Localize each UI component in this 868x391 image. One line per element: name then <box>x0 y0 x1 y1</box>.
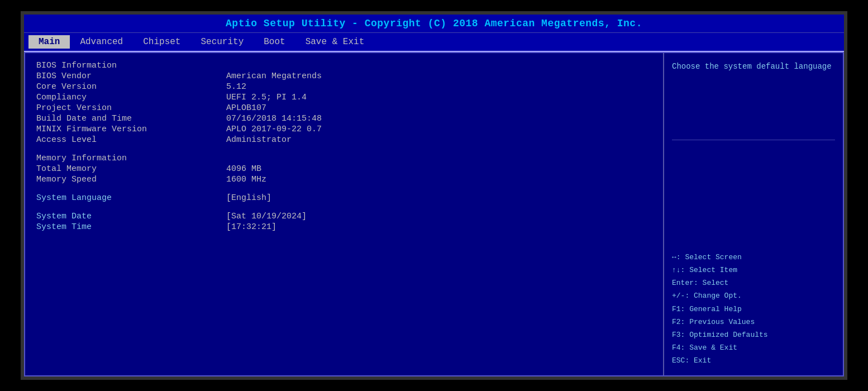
build-date-value: 07/16/2018 14:15:48 <box>226 114 322 123</box>
system-date-row[interactable]: System Date [Sat 10/19/2024] <box>36 212 652 221</box>
bios-vendor-value: American Megatrends <box>226 71 322 81</box>
key-select-item: ↑↓: Select Item <box>672 264 835 276</box>
key-help: ↔: Select Screen ↑↓: Select Item Enter: … <box>672 251 835 368</box>
bios-info-title: BIOS Information <box>36 61 652 70</box>
access-level-row: Access Level Administrator <box>36 135 652 145</box>
system-time-label: System Time <box>36 222 226 232</box>
menu-item-chipset[interactable]: Chipset <box>133 35 190 49</box>
menu-item-advanced[interactable]: Advanced <box>70 35 133 49</box>
minix-firmware-row: MINIX Firmware Version APLO 2017-09-22 0… <box>36 125 652 134</box>
key-esc: ESC: Exit <box>672 355 835 367</box>
core-version-row: Core Version 5.12 <box>36 82 652 92</box>
key-f1: F1: General Help <box>672 303 835 316</box>
core-version-label: Core Version <box>36 82 226 92</box>
system-time-row[interactable]: System Time [17:32:21] <box>36 222 652 232</box>
menu-item-boot[interactable]: Boot <box>254 35 295 49</box>
bios-vendor-label: BIOS Vendor <box>36 71 226 81</box>
memory-speed-value: 1600 MHz <box>226 175 266 184</box>
minix-firmware-label: MINIX Firmware Version <box>36 125 226 134</box>
key-enter: Enter: Select <box>672 277 835 289</box>
key-select-screen: ↔: Select Screen <box>672 251 835 264</box>
system-time-value: [17:32:21] <box>226 222 276 232</box>
key-f2: F2: Previous Values <box>672 316 835 328</box>
total-memory-row: Total Memory 4096 MB <box>36 164 652 174</box>
key-f3: F3: Optimized Defaults <box>672 329 835 341</box>
core-version-value: 5.12 <box>226 82 246 92</box>
menu-item-security[interactable]: Security <box>190 35 254 49</box>
system-language-row[interactable]: System Language [English] <box>36 193 652 203</box>
right-panel: Choose the system default language ↔: Se… <box>664 53 843 375</box>
build-date-row: Build Date and Time 07/16/2018 14:15:48 <box>36 114 652 123</box>
main-panel: BIOS Information BIOS Vendor American Me… <box>25 53 664 375</box>
system-date-label: System Date <box>36 212 226 221</box>
access-level-label: Access Level <box>36 135 226 145</box>
key-change-opt: +/-: Change Opt. <box>672 290 835 302</box>
project-version-label: Project Version <box>36 103 226 113</box>
memory-info-title: Memory Information <box>36 154 652 163</box>
project-version-row: Project Version APLOB107 <box>36 103 652 113</box>
project-version-value: APLOB107 <box>226 103 266 113</box>
menu-item-main[interactable]: Main <box>28 35 70 49</box>
key-f4: F4: Save & Exit <box>672 342 835 354</box>
bios-screen: Aptio Setup Utility - Copyright (C) 2018… <box>21 11 847 380</box>
compliancy-value: UEFI 2.5; PI 1.4 <box>226 93 307 102</box>
title-bar: Aptio Setup Utility - Copyright (C) 2018… <box>24 15 844 33</box>
compliancy-label: Compliancy <box>36 93 226 102</box>
total-memory-value: 4096 MB <box>226 164 261 174</box>
system-language-value: [English] <box>226 193 271 203</box>
build-date-label: Build Date and Time <box>36 114 226 123</box>
total-memory-label: Total Memory <box>36 164 226 174</box>
system-date-value: [Sat 10/19/2024] <box>226 212 307 221</box>
menu-bar[interactable]: Main Advanced Chipset Security Boot Save… <box>24 33 844 52</box>
compliancy-row: Compliancy UEFI 2.5; PI 1.4 <box>36 93 652 102</box>
access-level-value: Administrator <box>226 135 292 145</box>
system-language-label: System Language <box>36 193 226 203</box>
memory-speed-row: Memory Speed 1600 MHz <box>36 175 652 184</box>
bios-vendor-row: BIOS Vendor American Megatrends <box>36 71 652 81</box>
minix-firmware-value: APLO 2017-09-22 0.7 <box>226 125 322 134</box>
help-description: Choose the system default language <box>672 61 835 140</box>
menu-item-save-exit[interactable]: Save & Exit <box>295 35 375 49</box>
memory-speed-label: Memory Speed <box>36 175 226 184</box>
title-text: Aptio Setup Utility - Copyright (C) 2018… <box>226 18 642 29</box>
content-area: BIOS Information BIOS Vendor American Me… <box>24 52 844 376</box>
